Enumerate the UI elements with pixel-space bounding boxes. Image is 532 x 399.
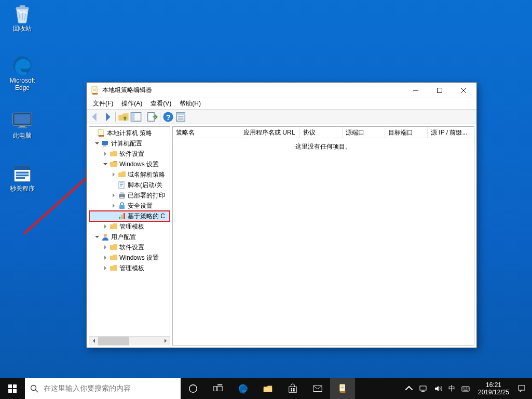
column-dest-port[interactable]: 目标端口 — [385, 127, 428, 138]
column-policy-name[interactable]: 策略名 — [173, 127, 240, 138]
tree-hscrollbar[interactable] — [89, 336, 170, 345]
tree-security-settings[interactable]: 安全设置 — [89, 201, 170, 211]
chevron-right-icon[interactable] — [102, 256, 109, 260]
toolbar-sep-3 — [160, 112, 160, 122]
tree-root[interactable]: 本地计算机 策略 — [89, 128, 170, 138]
tray-keyboard-icon[interactable] — [458, 378, 473, 399]
folder-icon — [109, 243, 118, 251]
toolbar-help[interactable]: ? — [162, 111, 174, 123]
svg-rect-61 — [340, 384, 345, 392]
tree-user-admin-templates[interactable]: 管理模板 — [89, 263, 170, 273]
tray-volume-icon[interactable] — [431, 378, 445, 399]
scroll-left-icon[interactable] — [89, 337, 98, 345]
svg-rect-41 — [124, 213, 125, 219]
tree-computer-config[interactable]: 计算机配置 — [89, 138, 170, 149]
svg-point-49 — [189, 385, 197, 393]
toolbar-properties[interactable] — [174, 111, 187, 123]
task-file-explorer[interactable] — [255, 378, 280, 399]
list-body[interactable]: 这里没有任何项目。 — [173, 138, 474, 345]
scroll-right-icon[interactable] — [161, 337, 170, 345]
svg-rect-39 — [119, 217, 120, 219]
toolbar-up[interactable] — [117, 111, 130, 123]
chevron-right-icon[interactable] — [102, 245, 109, 249]
svg-rect-50 — [214, 386, 216, 391]
edge-icon — [10, 55, 35, 76]
svg-rect-32 — [102, 141, 108, 145]
svg-rect-22 — [131, 112, 134, 121]
svg-rect-59 — [293, 390, 295, 392]
svg-rect-54 — [264, 388, 272, 392]
scroll-thumb[interactable] — [98, 337, 129, 345]
chevron-right-icon[interactable] — [102, 152, 109, 156]
chevron-right-icon[interactable] — [102, 266, 109, 270]
minimize-button[interactable] — [404, 83, 428, 98]
folder-icon — [109, 264, 118, 272]
svg-rect-0 — [20, 5, 25, 7]
tray-network-icon[interactable] — [416, 378, 431, 399]
svg-rect-16 — [92, 93, 98, 95]
chevron-right-icon[interactable] — [110, 193, 117, 197]
close-button[interactable] — [452, 83, 475, 98]
svg-rect-69 — [462, 387, 469, 391]
tray-action-center[interactable] — [514, 378, 529, 399]
titlebar[interactable]: 本地组策略编辑器 — [87, 83, 476, 98]
task-gpedit[interactable] — [330, 378, 355, 399]
tree-software-settings[interactable]: 软件设置 — [89, 149, 170, 159]
start-button[interactable] — [0, 378, 25, 399]
tree-windows-settings-label: Windows 设置 — [118, 160, 159, 169]
menu-view[interactable]: 查看(V) — [146, 98, 175, 109]
empty-message: 这里没有任何项目。 — [173, 142, 474, 151]
chevron-down-icon[interactable] — [93, 235, 101, 239]
toolbar-back[interactable] — [89, 111, 101, 123]
chevron-down-icon[interactable] — [102, 162, 109, 166]
folder-icon — [109, 222, 118, 231]
svg-rect-13 — [93, 88, 96, 88]
tree-windows-settings[interactable]: Windows 设置 — [89, 159, 170, 169]
taskbar-search[interactable]: 在这里输入你要搜索的内容 — [25, 378, 181, 399]
task-cortana[interactable] — [181, 378, 206, 399]
column-app-url[interactable]: 应用程序名或 URL — [240, 127, 300, 138]
taskbar: 在这里输入你要搜索的内容 中 16:21 2019/12/25 — [0, 378, 532, 399]
svg-rect-37 — [120, 197, 124, 198]
tree-user-config[interactable]: 用户配置 — [89, 232, 170, 242]
column-protocol[interactable]: 协议 — [300, 127, 343, 138]
tray-ime[interactable]: 中 — [445, 378, 458, 399]
folder-icon — [109, 254, 118, 262]
window-title: 本地组策略编辑器 — [102, 86, 404, 95]
task-mail[interactable] — [305, 378, 330, 399]
desktop-icon-shutdown-app[interactable]: 秒关程序 — [3, 163, 42, 192]
chevron-down-icon[interactable] — [93, 141, 101, 145]
column-source-port[interactable]: 源端口 — [343, 127, 385, 138]
svg-text:?: ? — [166, 112, 170, 121]
task-store[interactable] — [280, 378, 305, 399]
task-taskview[interactable] — [206, 378, 230, 399]
tray-clock[interactable]: 16:21 2019/12/25 — [473, 381, 514, 396]
tree-printers[interactable]: 已部署的打印 — [89, 190, 170, 201]
tree-scripts[interactable]: 脚本(启动/关 — [89, 180, 170, 190]
toolbar-show-hide[interactable] — [130, 111, 142, 123]
menu-file[interactable]: 文件(F) — [89, 98, 117, 109]
tray-show-hidden[interactable] — [402, 378, 416, 399]
menu-help[interactable]: 帮助(H) — [175, 98, 205, 109]
search-icon — [30, 384, 38, 393]
desktop-icon-edge[interactable]: Microsoft Edge — [3, 55, 42, 91]
chevron-right-icon[interactable] — [102, 224, 109, 229]
tree-root-label: 本地计算机 策略 — [106, 129, 152, 138]
task-edge[interactable] — [230, 378, 255, 399]
toolbar-export[interactable] — [146, 111, 158, 123]
column-source-ip[interactable]: 源 IP / 前缀... — [428, 127, 474, 138]
menu-action[interactable]: 操作(A) — [117, 98, 146, 109]
chevron-right-icon[interactable] — [110, 172, 117, 177]
desktop-icon-this-pc[interactable]: 此电脑 — [3, 110, 42, 139]
tree-qos-policy[interactable]: 基于策略的 C — [89, 211, 170, 221]
chevron-right-icon[interactable] — [110, 204, 117, 208]
tree-dns-policy[interactable]: 域名解析策略 — [89, 169, 170, 180]
desktop-icon-recycle-bin[interactable]: 回收站 — [3, 3, 42, 32]
tree-user-software-settings[interactable]: 软件设置 — [89, 242, 170, 252]
shutdown-app-icon — [10, 163, 35, 184]
tree-admin-templates[interactable]: 管理模板 — [89, 221, 170, 232]
maximize-button[interactable] — [428, 83, 452, 98]
recycle-bin-icon — [10, 3, 35, 24]
tree-user-windows-settings[interactable]: Windows 设置 — [89, 252, 170, 263]
toolbar-forward[interactable] — [101, 111, 114, 123]
